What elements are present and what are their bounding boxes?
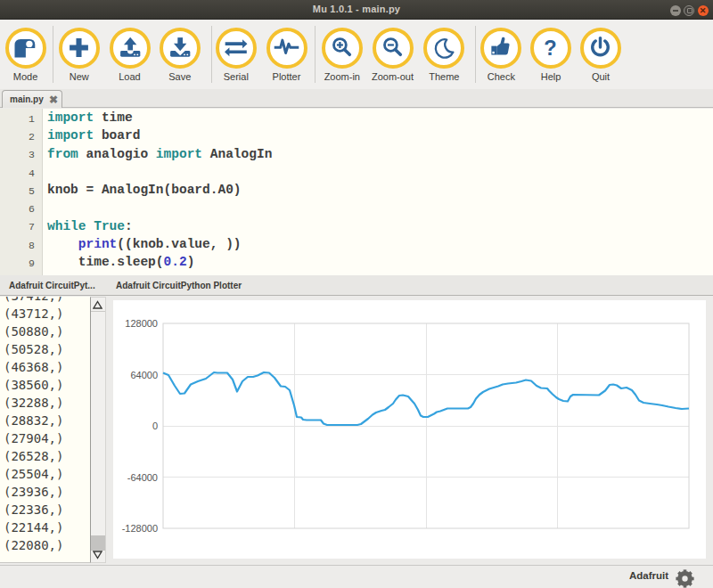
svg-text:64000: 64000 [130, 370, 158, 380]
svg-text:0: 0 [152, 421, 158, 431]
svg-text:?: ? [544, 37, 556, 60]
svg-text:-64000: -64000 [127, 472, 158, 483]
svg-text:-128000: -128000 [122, 523, 158, 534]
svg-text:128000: 128000 [125, 318, 158, 329]
